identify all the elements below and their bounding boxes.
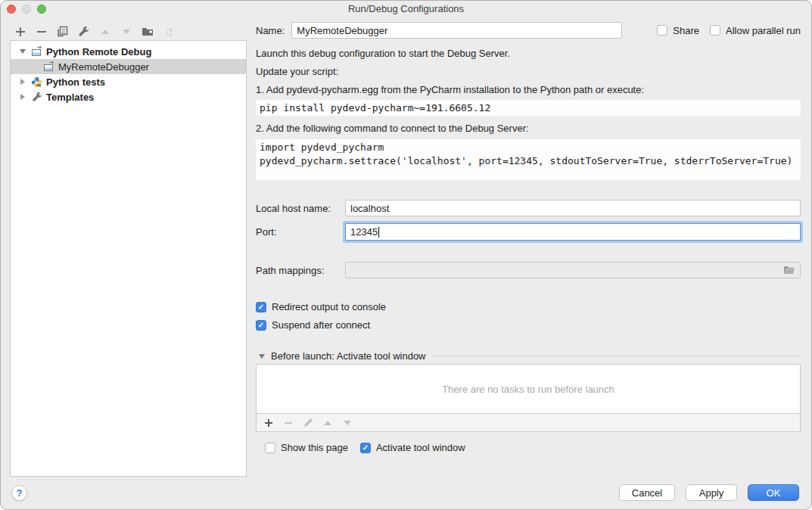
tree-item-label: Python Remote Debug [46, 46, 151, 58]
no-tasks-text: There are no tasks to run before launch [442, 384, 614, 395]
share-checkbox-group[interactable]: Share [657, 25, 699, 36]
text-cursor [378, 227, 379, 238]
remove-task-icon [282, 417, 294, 429]
configurations-tree: Python Remote Debug MyRemoteDebugger Pyt… [10, 40, 247, 477]
ok-button[interactable]: OK [748, 484, 799, 501]
allow-parallel-run-label: Allow parallel run [726, 25, 801, 36]
move-down-icon [119, 24, 133, 39]
add-task-icon[interactable] [263, 417, 275, 429]
tree-item-python-tests[interactable]: Python tests [11, 74, 246, 89]
remote-debug-icon [30, 45, 43, 58]
remove-icon[interactable] [34, 24, 48, 39]
suspend-after-connect-label: Suspend after connect [272, 319, 370, 331]
suspend-after-connect-checkbox-group[interactable]: Suspend after connect [256, 319, 370, 331]
allow-parallel-run-checkbox[interactable] [710, 25, 720, 36]
browse-folder-icon[interactable] [783, 266, 795, 275]
run-debug-configurations-dialog: Run/Debug Configurations ↓az [0, 0, 812, 510]
move-task-down-icon [341, 417, 353, 429]
configurations-toolbar: ↓az [13, 24, 176, 39]
port-input[interactable]: 12345 [345, 223, 801, 241]
before-launch-title: Before launch: Activate tool window [271, 350, 426, 362]
tree-item-label: Templates [46, 92, 94, 103]
settrace-code: import pydevd_pycharm pydevd_pycharm.set… [256, 139, 801, 180]
edit-templates-wrench-icon[interactable] [76, 24, 91, 39]
add-icon[interactable] [13, 24, 27, 39]
share-checkbox[interactable] [657, 25, 667, 36]
path-mappings-label: Path mappings: [256, 265, 345, 276]
move-task-up-icon [322, 417, 334, 429]
settrace-code-line1: import pydevd_pycharm [260, 141, 797, 154]
configuration-form: Name: Share Allow parallel run Launch th… [256, 22, 801, 453]
pip-install-code: pip install pydevd-pycharm~=191.6605.12 [256, 100, 801, 116]
help-question-icon: ? [17, 487, 23, 499]
before-launch-header[interactable]: Before launch: Activate tool window [256, 350, 801, 362]
port-label: Port: [256, 226, 345, 238]
path-mappings-input[interactable] [345, 262, 801, 278]
redirect-output-checkbox-group[interactable]: Redirect output to console [256, 301, 386, 313]
activate-tool-window-checkbox-group[interactable]: Activate tool window [360, 442, 465, 453]
wrench-icon [30, 91, 43, 103]
sort-az-icon: ↓az [161, 24, 176, 39]
help-button[interactable]: ? [11, 485, 27, 501]
python-icon [30, 76, 43, 88]
edit-task-pencil-icon [302, 417, 314, 429]
dialog-buttons: Cancel Apply OK [619, 484, 799, 501]
expand-arrow-icon[interactable] [17, 49, 29, 54]
share-label: Share [673, 25, 699, 36]
name-label: Name: [256, 25, 285, 36]
show-this-page-checkbox[interactable] [265, 443, 275, 453]
show-this-page-label: Show this page [281, 442, 348, 453]
launch-instruction-text: Launch this debug configuration to start… [256, 45, 801, 63]
new-folder-icon[interactable] [140, 24, 154, 39]
move-up-icon [98, 24, 112, 39]
title-bar: Run/Debug Configurations [1, 1, 811, 17]
task-list-toolbar [256, 414, 801, 432]
tree-item-label: MyRemoteDebugger [58, 61, 149, 73]
name-input[interactable] [291, 22, 622, 39]
cancel-button[interactable]: Cancel [619, 484, 675, 501]
settrace-code-line2: pydevd_pycharm.settrace('localhost', por… [260, 154, 797, 168]
copy-icon[interactable] [55, 24, 70, 39]
suspend-after-connect-checkbox[interactable] [256, 320, 266, 331]
step2-text: 2. Add the following command to connect … [256, 120, 801, 138]
activate-tool-window-checkbox[interactable] [360, 443, 371, 453]
local-host-name-input[interactable] [345, 200, 801, 216]
local-host-name-label: Local host name: [256, 203, 345, 214]
tree-item-python-remote-debug[interactable]: Python Remote Debug [11, 44, 246, 59]
section-divider [432, 356, 801, 356]
tree-item-label: Python tests [46, 76, 105, 88]
redirect-output-checkbox[interactable] [256, 302, 266, 313]
activate-tool-window-label: Activate tool window [376, 442, 465, 453]
collapse-arrow-icon[interactable] [17, 79, 29, 85]
update-script-text: Update your script: [256, 63, 801, 81]
redirect-output-label: Redirect output to console [272, 301, 386, 313]
remote-debug-icon [42, 61, 55, 73]
collapse-arrow-icon[interactable] [17, 94, 29, 100]
tree-item-templates[interactable]: Templates [11, 89, 246, 104]
window-title: Run/Debug Configurations [1, 3, 811, 14]
show-this-page-checkbox-group[interactable]: Show this page [265, 442, 348, 453]
port-value: 12345 [350, 226, 378, 238]
allow-parallel-run-checkbox-group[interactable]: Allow parallel run [710, 25, 801, 36]
collapse-section-icon[interactable] [259, 354, 265, 359]
step1-text: 1. Add pydevd-pycharm.egg from the PyCha… [256, 81, 801, 99]
apply-button[interactable]: Apply [686, 484, 737, 501]
before-launch-task-list[interactable]: There are no tasks to run before launch [256, 364, 801, 414]
tree-item-myremotedebugger[interactable]: MyRemoteDebugger [11, 59, 246, 74]
